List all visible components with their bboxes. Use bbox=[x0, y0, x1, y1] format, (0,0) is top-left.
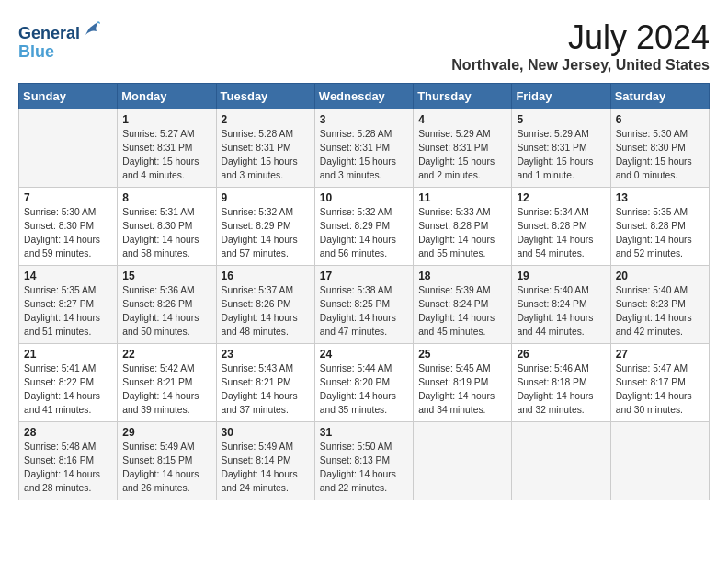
day-info: Sunrise: 5:31 AMSunset: 8:30 PMDaylight:… bbox=[122, 206, 210, 261]
day-number: 9 bbox=[222, 191, 310, 204]
calendar-cell: 22Sunrise: 5:42 AMSunset: 8:21 PMDayligh… bbox=[118, 344, 216, 422]
page-header: General Blue July 2024 Northvale, New Je… bbox=[18, 18, 710, 74]
calendar-cell: 9Sunrise: 5:32 AMSunset: 8:29 PMDaylight… bbox=[216, 188, 314, 266]
calendar-cell: 25Sunrise: 5:45 AMSunset: 8:19 PMDayligh… bbox=[414, 344, 512, 422]
weekday-header: Friday bbox=[512, 84, 610, 109]
day-number: 21 bbox=[24, 348, 112, 361]
day-info: Sunrise: 5:40 AMSunset: 8:24 PMDaylight:… bbox=[517, 284, 605, 339]
calendar-cell: 18Sunrise: 5:39 AMSunset: 8:24 PMDayligh… bbox=[414, 266, 512, 344]
calendar-cell bbox=[512, 422, 610, 500]
day-info: Sunrise: 5:37 AMSunset: 8:26 PMDaylight:… bbox=[222, 284, 310, 339]
calendar-week-row: 21Sunrise: 5:41 AMSunset: 8:22 PMDayligh… bbox=[19, 344, 710, 422]
day-info: Sunrise: 5:29 AMSunset: 8:31 PMDaylight:… bbox=[517, 128, 605, 183]
day-number: 27 bbox=[616, 348, 704, 361]
day-number: 6 bbox=[616, 113, 704, 126]
day-info: Sunrise: 5:46 AMSunset: 8:18 PMDaylight:… bbox=[517, 362, 605, 418]
day-info: Sunrise: 5:42 AMSunset: 8:21 PMDaylight:… bbox=[122, 362, 210, 418]
day-number: 14 bbox=[24, 270, 112, 282]
calendar-cell: 7Sunrise: 5:30 AMSunset: 8:30 PMDaylight… bbox=[19, 188, 118, 266]
day-number: 8 bbox=[122, 191, 210, 204]
calendar-cell: 10Sunrise: 5:32 AMSunset: 8:29 PMDayligh… bbox=[314, 188, 413, 266]
calendar-cell: 2Sunrise: 5:28 AMSunset: 8:31 PMDaylight… bbox=[216, 109, 314, 188]
day-info: Sunrise: 5:47 AMSunset: 8:17 PMDaylight:… bbox=[616, 362, 704, 418]
day-info: Sunrise: 5:50 AMSunset: 8:13 PMDaylight:… bbox=[320, 441, 408, 496]
day-info: Sunrise: 5:28 AMSunset: 8:31 PMDaylight:… bbox=[222, 128, 310, 183]
day-number: 15 bbox=[122, 270, 210, 282]
calendar-cell: 19Sunrise: 5:40 AMSunset: 8:24 PMDayligh… bbox=[512, 266, 610, 344]
day-number: 28 bbox=[24, 426, 112, 439]
day-number: 12 bbox=[517, 191, 605, 204]
calendar-cell: 29Sunrise: 5:49 AMSunset: 8:15 PMDayligh… bbox=[118, 422, 216, 500]
day-info: Sunrise: 5:29 AMSunset: 8:31 PMDaylight:… bbox=[418, 128, 506, 183]
day-number: 11 bbox=[418, 191, 506, 204]
calendar-cell: 24Sunrise: 5:44 AMSunset: 8:20 PMDayligh… bbox=[314, 344, 413, 422]
day-info: Sunrise: 5:36 AMSunset: 8:26 PMDaylight:… bbox=[122, 284, 210, 339]
calendar-cell: 4Sunrise: 5:29 AMSunset: 8:31 PMDaylight… bbox=[414, 109, 512, 188]
calendar-week-row: 14Sunrise: 5:35 AMSunset: 8:27 PMDayligh… bbox=[19, 266, 710, 344]
day-number: 7 bbox=[24, 191, 112, 204]
calendar-cell: 8Sunrise: 5:31 AMSunset: 8:30 PMDaylight… bbox=[118, 188, 216, 266]
day-info: Sunrise: 5:30 AMSunset: 8:30 PMDaylight:… bbox=[24, 206, 112, 261]
day-number: 5 bbox=[517, 113, 605, 126]
calendar-cell: 31Sunrise: 5:50 AMSunset: 8:13 PMDayligh… bbox=[314, 422, 413, 500]
day-number: 30 bbox=[222, 426, 310, 439]
calendar-cell: 28Sunrise: 5:48 AMSunset: 8:16 PMDayligh… bbox=[19, 422, 118, 500]
day-info: Sunrise: 5:35 AMSunset: 8:28 PMDaylight:… bbox=[616, 206, 704, 261]
calendar-cell: 16Sunrise: 5:37 AMSunset: 8:26 PMDayligh… bbox=[216, 266, 314, 344]
calendar-week-row: 28Sunrise: 5:48 AMSunset: 8:16 PMDayligh… bbox=[19, 422, 710, 500]
day-number: 20 bbox=[616, 270, 704, 282]
calendar-cell: 3Sunrise: 5:28 AMSunset: 8:31 PMDaylight… bbox=[314, 109, 413, 188]
day-info: Sunrise: 5:39 AMSunset: 8:24 PMDaylight:… bbox=[418, 284, 506, 339]
day-info: Sunrise: 5:44 AMSunset: 8:20 PMDaylight:… bbox=[320, 362, 408, 418]
day-info: Sunrise: 5:41 AMSunset: 8:22 PMDaylight:… bbox=[24, 362, 112, 418]
day-info: Sunrise: 5:32 AMSunset: 8:29 PMDaylight:… bbox=[320, 206, 408, 261]
logo-text: General Blue bbox=[18, 18, 102, 62]
calendar-week-row: 1Sunrise: 5:27 AMSunset: 8:31 PMDaylight… bbox=[19, 109, 710, 188]
calendar-cell: 20Sunrise: 5:40 AMSunset: 8:23 PMDayligh… bbox=[610, 266, 709, 344]
weekday-header: Saturday bbox=[610, 84, 709, 109]
weekday-header: Monday bbox=[118, 84, 216, 109]
weekday-header: Wednesday bbox=[314, 84, 413, 109]
calendar-cell: 1Sunrise: 5:27 AMSunset: 8:31 PMDaylight… bbox=[118, 109, 216, 188]
day-info: Sunrise: 5:43 AMSunset: 8:21 PMDaylight:… bbox=[222, 362, 310, 418]
calendar-cell: 30Sunrise: 5:49 AMSunset: 8:14 PMDayligh… bbox=[216, 422, 314, 500]
day-info: Sunrise: 5:30 AMSunset: 8:30 PMDaylight:… bbox=[616, 128, 704, 183]
day-number: 2 bbox=[222, 113, 310, 126]
day-number: 24 bbox=[320, 348, 408, 361]
day-number: 25 bbox=[418, 348, 506, 361]
calendar-cell: 6Sunrise: 5:30 AMSunset: 8:30 PMDaylight… bbox=[610, 109, 709, 188]
calendar-week-row: 7Sunrise: 5:30 AMSunset: 8:30 PMDaylight… bbox=[19, 188, 710, 266]
calendar-cell: 15Sunrise: 5:36 AMSunset: 8:26 PMDayligh… bbox=[118, 266, 216, 344]
day-number: 16 bbox=[222, 270, 310, 282]
weekday-header: Tuesday bbox=[216, 84, 314, 109]
day-number: 26 bbox=[517, 348, 605, 361]
day-number: 17 bbox=[320, 270, 408, 282]
day-number: 3 bbox=[320, 113, 408, 126]
calendar-cell: 14Sunrise: 5:35 AMSunset: 8:27 PMDayligh… bbox=[19, 266, 118, 344]
day-info: Sunrise: 5:33 AMSunset: 8:28 PMDaylight:… bbox=[418, 206, 506, 261]
day-info: Sunrise: 5:28 AMSunset: 8:31 PMDaylight:… bbox=[320, 128, 408, 183]
day-info: Sunrise: 5:49 AMSunset: 8:14 PMDaylight:… bbox=[222, 441, 310, 496]
calendar-cell: 17Sunrise: 5:38 AMSunset: 8:25 PMDayligh… bbox=[314, 266, 413, 344]
day-number: 4 bbox=[418, 113, 506, 126]
calendar-cell bbox=[610, 422, 709, 500]
day-info: Sunrise: 5:40 AMSunset: 8:23 PMDaylight:… bbox=[616, 284, 704, 339]
day-info: Sunrise: 5:35 AMSunset: 8:27 PMDaylight:… bbox=[24, 284, 112, 339]
logo: General Blue bbox=[18, 18, 102, 62]
day-number: 22 bbox=[122, 348, 210, 361]
day-number: 19 bbox=[517, 270, 605, 282]
month-title: July 2024 bbox=[451, 18, 710, 57]
day-number: 18 bbox=[418, 270, 506, 282]
calendar-cell: 23Sunrise: 5:43 AMSunset: 8:21 PMDayligh… bbox=[216, 344, 314, 422]
day-info: Sunrise: 5:32 AMSunset: 8:29 PMDaylight:… bbox=[222, 206, 310, 261]
weekday-header: Sunday bbox=[19, 84, 118, 109]
calendar-cell bbox=[19, 109, 118, 188]
day-number: 13 bbox=[616, 191, 704, 204]
calendar-cell: 27Sunrise: 5:47 AMSunset: 8:17 PMDayligh… bbox=[610, 344, 709, 422]
day-info: Sunrise: 5:45 AMSunset: 8:19 PMDaylight:… bbox=[418, 362, 506, 418]
calendar-cell: 26Sunrise: 5:46 AMSunset: 8:18 PMDayligh… bbox=[512, 344, 610, 422]
weekday-header: Thursday bbox=[414, 84, 512, 109]
logo-bird-icon bbox=[82, 18, 102, 39]
calendar-body: 1Sunrise: 5:27 AMSunset: 8:31 PMDaylight… bbox=[19, 109, 710, 500]
day-number: 1 bbox=[122, 113, 210, 126]
